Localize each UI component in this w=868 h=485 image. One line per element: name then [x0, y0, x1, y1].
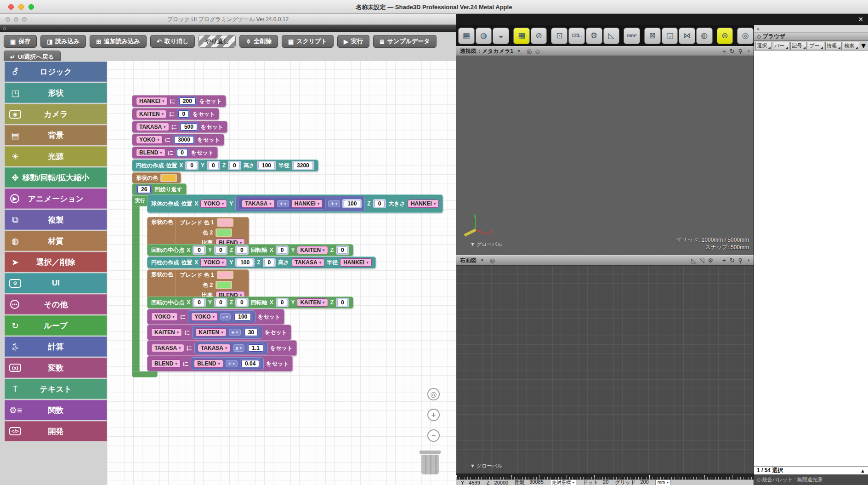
toolbar-button[interactable]: ▤スクリプト: [282, 35, 334, 48]
sidebar-item-選択／削除[interactable]: ➤選択／削除: [5, 252, 107, 272]
tool-button-13[interactable]: ◍: [696, 28, 713, 44]
sidebar-item-UI[interactable]: ⚙UI: [5, 273, 107, 293]
number-input[interactable]: 0: [373, 199, 386, 208]
close-icon[interactable]: ✕: [858, 16, 863, 23]
number-input[interactable]: 3200: [292, 161, 314, 170]
perspective-header[interactable]: 透視図：メタカメラ1 ▾ ◎◇ +↻⚲◔: [456, 46, 754, 56]
set-block[interactable]: BLEND▾に0をセット: [132, 147, 218, 159]
browser-column-記号[interactable]: 記号◢: [790, 42, 807, 50]
sidebar-item-光源[interactable]: ☀光源: [5, 146, 107, 166]
toolbar-button[interactable]: やり直し: [199, 35, 236, 48]
color-slot[interactable]: [217, 271, 233, 279]
view-nav-icon[interactable]: ⚲: [738, 257, 743, 264]
sidebar-item-関数[interactable]: ⚙≡関数: [5, 400, 107, 420]
number-input[interactable]: 100: [235, 258, 255, 267]
side-view-viewport[interactable]: ▼ グローバル: [456, 266, 754, 474]
browser-column-パー[interactable]: パー◢: [773, 42, 789, 50]
operator-pill[interactable]: +▾: [328, 200, 340, 207]
variable-pill[interactable]: KAITEN▾: [195, 328, 226, 337]
tool-button-3[interactable]: ▦: [513, 28, 530, 44]
number-input[interactable]: 0: [263, 258, 276, 267]
view-nav-icon[interactable]: ◔: [746, 48, 750, 55]
toolbar-button[interactable]: ◨読み込み: [40, 35, 86, 48]
sidebar-item-移動/回転/拡大縮小[interactable]: ✥移動/回転/拡大縮小: [5, 167, 107, 188]
tool-button-4[interactable]: ⊘: [531, 28, 547, 44]
number-input[interactable]: 1.1: [247, 343, 265, 353]
number-input[interactable]: 0: [276, 298, 289, 307]
toolbar-button[interactable]: ≣サンプルデータ: [373, 35, 437, 48]
sidebar-item-ロジック[interactable]: ⚦ロジック: [5, 62, 107, 82]
tool-button-8[interactable]: ◺: [603, 28, 620, 44]
number-input[interactable]: 100: [233, 312, 252, 321]
tool-button-12[interactable]: ⋈: [679, 28, 695, 44]
variable-pill[interactable]: YOKO▾: [151, 313, 178, 321]
number-input[interactable]: 30: [243, 328, 259, 337]
number-input[interactable]: 0: [185, 161, 199, 170]
sidebar-item-テキスト[interactable]: Tテキスト: [5, 379, 107, 399]
variable-pill[interactable]: BLEND▾: [136, 148, 165, 157]
color-slot[interactable]: [160, 174, 177, 182]
teal-block[interactable]: 円柱の作成位置X0Y0Z0高さ100半径3200: [132, 160, 318, 171]
number-input[interactable]: 0: [214, 298, 227, 307]
variable-pill[interactable]: BLEND▾: [151, 359, 181, 368]
variable-pill[interactable]: KAITEN▾: [151, 328, 182, 337]
number-input[interactable]: 0: [235, 245, 249, 255]
color-blend-block[interactable]: 形状の色ブレンド 色 1色 2比率BLEND▾: [147, 217, 249, 248]
browser-column-検索[interactable]: 検索◢: [843, 42, 859, 50]
status-dropdown[interactable]: 絶対座標▾: [550, 479, 577, 485]
teal-block[interactable]: 球体の作成位置XYOKO▾YTAKASA▾+▾HANKEI▾+▾100Z0大きさ…: [147, 194, 443, 213]
sidebar-item-形状[interactable]: ◳形状: [5, 83, 107, 103]
tool-button-2[interactable]: ◒: [493, 28, 509, 44]
global-label[interactable]: ▼ グローバル: [470, 241, 502, 248]
number-input[interactable]: 26: [136, 185, 152, 194]
status-dropdown[interactable]: mm▾: [655, 479, 671, 485]
color-blend-block[interactable]: 形状の色ブレンド 色 1色 2比率BLEND▾: [147, 269, 249, 301]
set-block[interactable]: BLEND▾にBLEND▾+▾0.04をセット: [147, 356, 293, 371]
number-input[interactable]: 0: [276, 245, 289, 255]
toolbar-button[interactable]: ⚱全削除: [239, 35, 278, 48]
number-input[interactable]: 0: [176, 148, 189, 157]
variable-pill[interactable]: TAKASA▾: [242, 200, 275, 208]
zoom-out-button[interactable]: −: [427, 429, 440, 442]
browser-column-選択[interactable]: 選択◢: [755, 42, 772, 50]
tool-button-9[interactable]: mm³: [624, 28, 640, 44]
sidebar-item-ループ[interactable]: ↻ループ: [5, 315, 107, 336]
tool-button-11[interactable]: ◲: [662, 28, 678, 44]
sidebar-item-計算[interactable]: +¦-x¦=計算: [5, 337, 107, 357]
number-input[interactable]: 0: [214, 245, 227, 255]
set-block[interactable]: KAITEN▾にKAITEN▾+▾30をセット: [147, 325, 291, 340]
number-input[interactable]: 0: [235, 298, 249, 307]
number-input[interactable]: 100: [257, 161, 276, 170]
tool-button-15[interactable]: ◎: [737, 28, 754, 44]
triangle-up-icon[interactable]: ▲: [860, 468, 865, 474]
tool-button-14[interactable]: ⊛: [717, 28, 733, 44]
view-tool-icon[interactable]: ◹: [699, 257, 704, 264]
view-nav-icon[interactable]: ↻: [730, 257, 735, 264]
sidebar-item-アニメーション[interactable]: ▶アニメーション: [5, 188, 107, 209]
browser-panel-title[interactable]: ◇ ブラウザ: [754, 33, 868, 41]
view-nav-icon[interactable]: +: [722, 257, 726, 264]
tool-button-10[interactable]: ⊠: [644, 28, 661, 44]
set-block[interactable]: TAKASA▾にTAKASA▾x▾1.1をセット: [147, 340, 297, 356]
toolbar-button[interactable]: ↶取り消し: [150, 35, 195, 48]
view-mode-icon[interactable]: ◇: [535, 48, 540, 55]
operator-pill[interactable]: -▾: [220, 313, 231, 320]
number-input[interactable]: 0: [207, 161, 220, 170]
sidebar-item-変数[interactable]: (x)変数: [5, 358, 107, 378]
color-slot[interactable]: [216, 281, 232, 289]
zoom-in-button[interactable]: +: [427, 409, 440, 421]
set-block[interactable]: HANKEI▾に200をセット: [132, 95, 226, 107]
number-input[interactable]: 0: [336, 298, 349, 307]
green-block[interactable]: 回転の中心点X0Y0Z0回転軸X0YKAITEN▾Z0: [147, 297, 353, 308]
variable-pill[interactable]: KAITEN▾: [136, 110, 167, 118]
number-input[interactable]: 100: [342, 199, 362, 208]
variable-pill[interactable]: HANKEI▾: [291, 200, 323, 208]
number-input[interactable]: 0: [336, 245, 349, 255]
view-nav-icon[interactable]: +: [722, 48, 726, 55]
zoom-reset-button[interactable]: ◎: [427, 388, 440, 400]
toolbar-button[interactable]: ▣保存: [4, 35, 37, 48]
palette-bar[interactable]: ◇ 統合パレット : 無限遠光源: [754, 474, 868, 485]
operator-pill[interactable]: x▾: [233, 344, 245, 352]
number-input[interactable]: 0: [193, 298, 206, 307]
tool-button-6[interactable]: 123..: [568, 28, 585, 44]
